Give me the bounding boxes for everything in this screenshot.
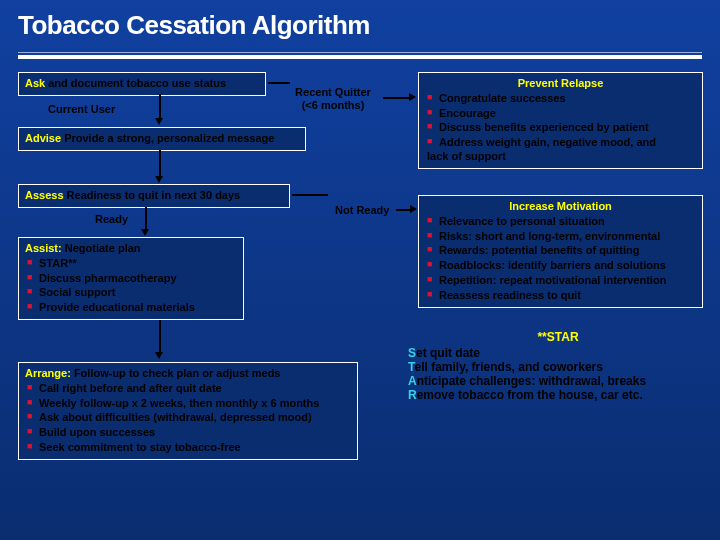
not-ready-label: Not Ready: [335, 204, 389, 216]
list-item: Address weight gain, negative mood, and: [427, 135, 696, 150]
arrowhead-right-icon: [410, 205, 417, 213]
list-item: Weekly follow-up x 2 weeks, then monthly…: [27, 396, 351, 411]
ask-text: and document tobacco use status: [45, 77, 226, 89]
arrowhead-down-icon: [155, 176, 163, 183]
arrange-list: Call right before and after quit date We…: [27, 381, 351, 455]
list-item: Social support: [27, 285, 237, 300]
recent-quitter-label: Recent Quitter(<6 months): [278, 86, 388, 111]
list-item: Rewards: potential benefits of quitting: [427, 243, 696, 258]
motivation-title: Increase Motivation: [425, 200, 696, 214]
arrange-rest: Follow-up to check plan or adjust meds: [71, 367, 281, 379]
list-item: Build upon successes: [27, 425, 351, 440]
star-title: **STAR: [408, 330, 708, 344]
arrow-down-icon: [159, 150, 161, 178]
arrange-box: Arrange: Follow-up to check plan or adju…: [18, 362, 358, 460]
arrow-down-icon: [159, 94, 161, 120]
slide: Tobacco Cessation Algorithm Ask and docu…: [0, 0, 720, 540]
arrow-down-icon: [159, 320, 161, 354]
arrowhead-down-icon: [141, 229, 149, 236]
arrowhead-down-icon: [155, 352, 163, 359]
list-item: Risks: short and long-term, environmenta…: [427, 229, 696, 244]
list-item: Discuss pharmacotherapy: [27, 271, 237, 286]
assess-box: Assess Readiness to quit in next 30 days: [18, 184, 290, 208]
assist-rest: Negotiate plan: [62, 242, 141, 254]
divider-thin: [18, 52, 702, 53]
list-item: Congratulate successes: [427, 91, 696, 106]
ask-highlight: Ask: [25, 77, 45, 89]
current-user-label: Current User: [48, 103, 115, 115]
advise-text: Provide a strong, personalized message: [61, 132, 274, 144]
assist-box: Assist: Negotiate plan STAR** Discuss ph…: [18, 237, 244, 320]
relapse-tail: lack of support: [427, 150, 696, 164]
divider-thick: [18, 55, 702, 59]
motivation-box: Increase Motivation Relevance to persona…: [418, 195, 703, 308]
arrow-right-icon: [383, 97, 411, 99]
arrow-right-icon: [292, 194, 328, 196]
list-item: Discuss benefits experienced by patient: [427, 120, 696, 135]
ask-box: Ask and document tobacco use status: [18, 72, 266, 96]
arrowhead-down-icon: [155, 118, 163, 125]
list-item: Reassess readiness to quit: [427, 288, 696, 303]
arrow-right-icon: [268, 82, 290, 84]
assess-text: Readiness to quit in next 30 days: [64, 189, 241, 201]
list-item: Ask about difficulties (withdrawal, depr…: [27, 410, 351, 425]
ready-label: Ready: [95, 213, 128, 225]
list-item: Call right before and after quit date: [27, 381, 351, 396]
assist-highlight: Assist:: [25, 242, 62, 254]
list-item: Relevance to personal situation: [427, 214, 696, 229]
arrowhead-right-icon: [409, 93, 416, 101]
advise-box: Advise Provide a strong, personalized me…: [18, 127, 306, 151]
list-item: Seek commitment to stay tobacco-free: [27, 440, 351, 455]
assess-highlight: Assess: [25, 189, 64, 201]
advise-highlight: Advise: [25, 132, 61, 144]
list-item: Roadblocks: identify barriers and soluti…: [427, 258, 696, 273]
list-item: Provide educational materials: [27, 300, 237, 315]
motivation-list: Relevance to personal situation Risks: s…: [427, 214, 696, 303]
list-item: Repetition: repeat motivational interven…: [427, 273, 696, 288]
relapse-title: Prevent Relapse: [425, 77, 696, 91]
list-item: Encourage: [427, 106, 696, 121]
assist-list: STAR** Discuss pharmacotherapy Social su…: [27, 256, 237, 315]
relapse-list: Congratulate successes Encourage Discuss…: [427, 91, 696, 150]
list-item: STAR**: [27, 256, 237, 271]
arrow-down-icon: [145, 207, 147, 231]
arrange-highlight: Arrange:: [25, 367, 71, 379]
relapse-box: Prevent Relapse Congratulate successes E…: [418, 72, 703, 169]
page-title: Tobacco Cessation Algorithm: [18, 10, 702, 41]
star-box: **STAR Set quit date Tell family, friend…: [408, 330, 708, 402]
